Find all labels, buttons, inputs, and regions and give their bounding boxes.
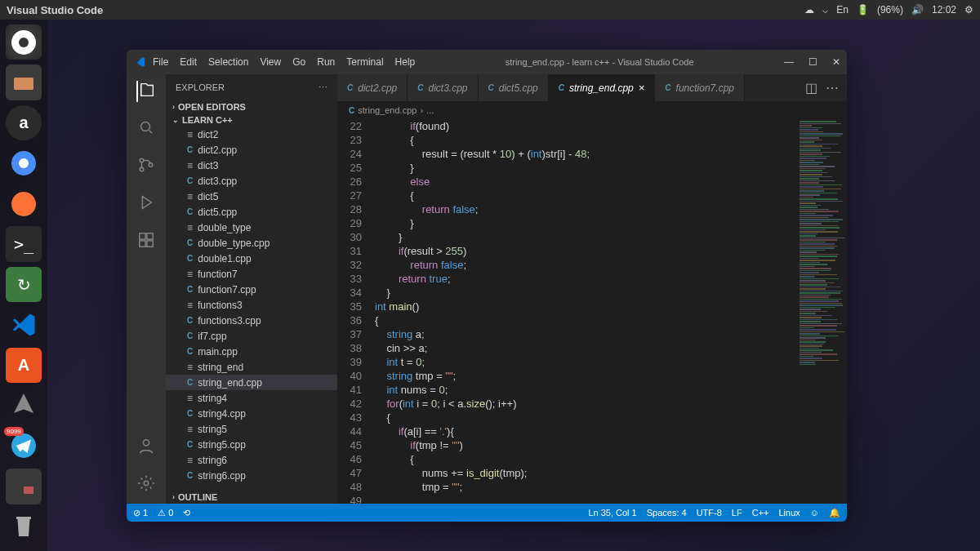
status-broadcast-icon[interactable]: ⟲ — [183, 508, 190, 518]
breadcrumb[interactable]: C string_end.cpp › ... — [337, 101, 847, 119]
status-cursor[interactable]: Ln 35, Col 1 — [588, 508, 636, 518]
svg-rect-15 — [140, 241, 145, 247]
file-item[interactable]: Cdouble_type.cpp — [166, 235, 337, 251]
file-item[interactable]: ≡string6 — [166, 452, 337, 468]
gear-icon[interactable]: ⚙ — [964, 4, 973, 16]
explorer-icon[interactable] — [136, 81, 156, 102]
menu-help[interactable]: Help — [395, 56, 416, 68]
tab-label: string_end.cpp — [569, 82, 634, 94]
menu-go[interactable]: Go — [292, 56, 305, 68]
status-warnings[interactable]: ⚠ 0 — [158, 508, 173, 518]
text-icon: ≡ — [187, 129, 193, 140]
status-os[interactable]: Linux — [778, 508, 800, 518]
svg-rect-16 — [147, 241, 153, 247]
lang-indicator[interactable]: En — [836, 4, 849, 16]
file-item[interactable]: Cstring5.cpp — [166, 437, 337, 452]
search-icon[interactable] — [137, 118, 155, 140]
file-name: string4.cpp — [198, 408, 246, 420]
file-item[interactable]: Cdict2.cpp — [166, 142, 337, 158]
dock-monitor-icon[interactable]: ↻ — [6, 267, 42, 302]
file-item[interactable]: Cif7.cpp — [166, 328, 337, 344]
minimize-button[interactable]: — — [784, 56, 794, 68]
account-icon[interactable] — [137, 437, 155, 458]
file-item[interactable]: Cfunctions3.cpp — [166, 313, 337, 328]
status-encoding[interactable]: UTF-8 — [697, 508, 722, 518]
status-bar: ⊘ 1 ⚠ 0 ⟲ Ln 35, Col 1 Spaces: 4 UTF-8 L… — [127, 504, 847, 522]
file-item[interactable]: Cdict3.cpp — [166, 173, 337, 189]
file-name: string5.cpp — [198, 439, 246, 451]
text-icon: ≡ — [187, 455, 193, 466]
battery-icon[interactable]: 🔋 — [857, 4, 869, 16]
volume-icon[interactable]: 🔊 — [911, 4, 924, 16]
dock-chromium-icon[interactable] — [6, 145, 42, 180]
maximize-button[interactable]: ☐ — [808, 56, 817, 68]
file-item[interactable]: ≡string4 — [166, 390, 337, 406]
git-icon[interactable] — [137, 156, 155, 177]
dock-firefox-icon[interactable] — [6, 186, 42, 221]
cpp-icon: C — [187, 238, 193, 247]
more-icon[interactable]: ⋯ — [826, 80, 839, 96]
dock-terminal-icon[interactable]: >_ — [6, 226, 42, 261]
menu-file[interactable]: File — [153, 56, 168, 68]
tab[interactable]: Cfunction7.cpp — [655, 74, 745, 101]
file-item[interactable]: ≡dict5 — [166, 189, 337, 204]
menu-run[interactable]: Run — [317, 56, 335, 68]
file-item[interactable]: Cstring6.cpp — [166, 468, 337, 483]
tab[interactable]: Cdict5.cpp — [479, 74, 549, 101]
status-lang[interactable]: C++ — [752, 508, 769, 518]
folder-section[interactable]: ⌄LEARN C++ — [166, 113, 337, 127]
file-item[interactable]: ≡string5 — [166, 421, 337, 437]
file-item[interactable]: ≡functions3 — [166, 297, 337, 313]
open-editors-section[interactable]: ›OPEN EDITORS — [166, 100, 337, 113]
dock-settings-icon[interactable] — [6, 388, 42, 423]
status-feedback-icon[interactable]: ☺ — [810, 508, 819, 518]
tab[interactable]: Cdict3.cpp — [408, 74, 478, 101]
file-item[interactable]: Cmain.cpp — [166, 344, 337, 359]
status-eol[interactable]: LF — [732, 508, 742, 518]
tab[interactable]: Cstring_end.cpp× — [549, 74, 656, 101]
file-item[interactable]: ≡dict3 — [166, 158, 337, 173]
dock-files-icon[interactable] — [6, 64, 42, 100]
code-content[interactable]: if(found) { result = (result * 10) + (in… — [375, 119, 798, 504]
dock-search-icon[interactable]: a — [6, 105, 42, 140]
menu-view[interactable]: View — [260, 56, 281, 68]
menu-selection[interactable]: Selection — [208, 56, 248, 68]
file-item[interactable]: ≡function7 — [166, 266, 337, 282]
file-item[interactable]: ≡dict2 — [166, 127, 337, 142]
dock-ubuntu-icon[interactable] — [6, 24, 42, 60]
menu-edit[interactable]: Edit — [180, 56, 197, 68]
menu-terminal[interactable]: Terminal — [346, 56, 383, 68]
more-icon[interactable]: ⋯ — [318, 82, 327, 93]
dock-workspace-icon[interactable] — [6, 469, 42, 504]
dock-vscode-icon[interactable] — [6, 307, 42, 342]
close-icon[interactable]: × — [639, 82, 645, 94]
status-errors[interactable]: ⊘ 1 — [133, 508, 148, 518]
file-item[interactable]: Cdouble1.cpp — [166, 251, 337, 266]
file-name: string_end — [198, 362, 243, 373]
tab[interactable]: Cdict2.cpp — [337, 74, 408, 101]
extensions-icon[interactable] — [137, 231, 155, 252]
wifi-icon[interactable]: ⌵ — [822, 4, 828, 16]
dock-trash-icon[interactable] — [6, 509, 42, 544]
file-item[interactable]: ≡string_end — [166, 359, 337, 375]
settings-icon[interactable] — [137, 474, 155, 495]
dock-telegram-icon[interactable]: 9099 — [6, 429, 42, 464]
cpp-icon: C — [187, 176, 193, 185]
file-item[interactable]: Cdict5.cpp — [166, 204, 337, 220]
code-area[interactable]: 2223242526272829303132333435363738394041… — [337, 119, 847, 504]
minimap[interactable] — [798, 119, 847, 504]
dock-software-icon[interactable]: A — [6, 348, 42, 383]
close-button[interactable]: ✕ — [832, 56, 840, 68]
file-name: dict5 — [198, 191, 218, 202]
debug-icon[interactable] — [137, 193, 155, 215]
file-item[interactable]: Cfunction7.cpp — [166, 282, 337, 297]
status-bell-icon[interactable]: 🔔 — [829, 508, 840, 518]
cloud-icon[interactable]: ☁ — [804, 4, 814, 16]
file-item[interactable]: Cstring_end.cpp — [166, 375, 337, 390]
file-item[interactable]: ≡double_type — [166, 220, 337, 235]
file-item[interactable]: Cstring4.cpp — [166, 406, 337, 421]
outline-section[interactable]: ›OUTLINE — [166, 491, 337, 504]
status-spaces[interactable]: Spaces: 4 — [647, 508, 687, 518]
file-name: string6.cpp — [198, 470, 246, 482]
split-icon[interactable]: ◫ — [805, 80, 817, 96]
